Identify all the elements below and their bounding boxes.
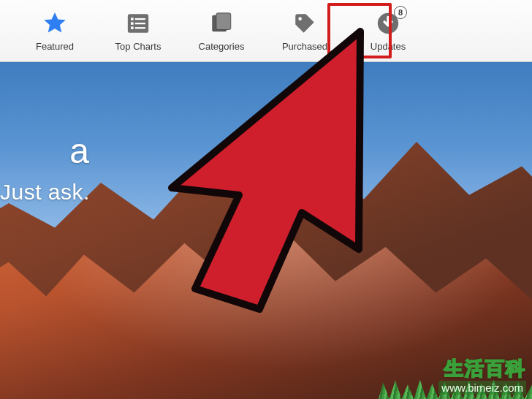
updates-icon: 8 xyxy=(373,9,403,38)
app-store-window: Featured Top Charts xyxy=(0,0,532,399)
updates-badge: 8 xyxy=(394,6,407,19)
svg-rect-4 xyxy=(135,23,145,24)
watermark-url: www.bimeiz.com xyxy=(438,381,526,395)
tab-top-charts[interactable]: Top Charts xyxy=(113,9,164,52)
list-icon xyxy=(123,9,153,38)
svg-point-10 xyxy=(298,17,302,20)
tag-icon xyxy=(290,9,319,38)
tab-featured[interactable]: Featured xyxy=(29,9,80,52)
watermark: 生活百科 www.bimeiz.com xyxy=(438,356,526,395)
svg-rect-1 xyxy=(131,18,134,20)
svg-rect-2 xyxy=(135,18,145,20)
tab-categories[interactable]: Categories xyxy=(196,9,247,52)
categories-icon xyxy=(207,9,236,38)
tab-label: Updates xyxy=(370,41,406,52)
hero-title-partial: a xyxy=(0,131,90,171)
tab-purchased[interactable]: Purchased xyxy=(279,9,330,52)
hero-subtitle-partial: Just ask. xyxy=(0,180,90,205)
tab-label: Top Charts xyxy=(115,41,162,52)
toolbar: Featured Top Charts xyxy=(0,0,532,62)
tab-updates[interactable]: 8 Updates xyxy=(362,9,414,52)
svg-rect-5 xyxy=(131,26,134,29)
watermark-brand: 生活百科 xyxy=(438,356,526,381)
svg-rect-6 xyxy=(135,27,145,28)
svg-rect-8 xyxy=(216,13,231,30)
tab-label: Featured xyxy=(36,41,74,52)
tab-label: Categories xyxy=(199,41,245,52)
star-icon xyxy=(40,9,69,38)
hero-banner[interactable]: a Just ask. xyxy=(0,62,532,399)
hero-text: a Just ask. xyxy=(0,131,90,205)
svg-rect-3 xyxy=(131,22,134,25)
tab-label: Purchased xyxy=(282,41,327,52)
